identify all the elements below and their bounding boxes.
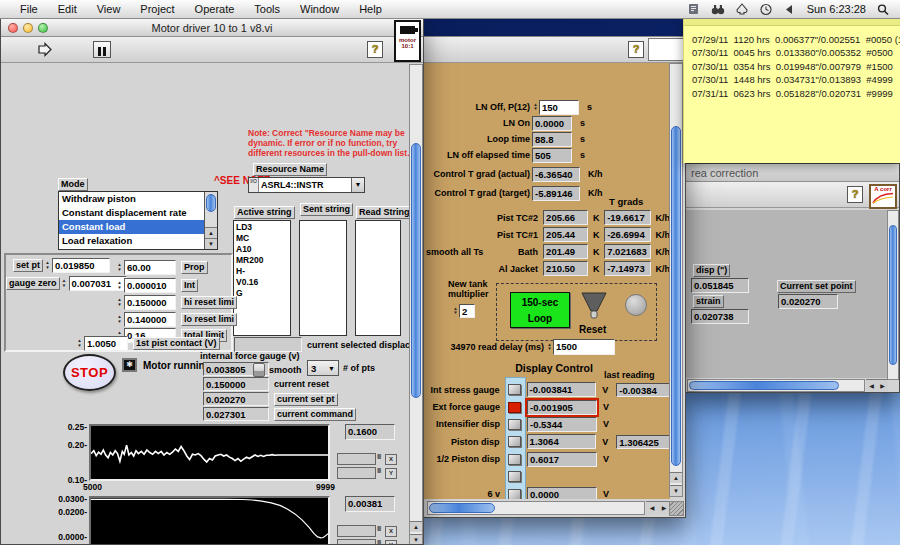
chart1-graph-palette-y[interactable]: ||||||Y bbox=[337, 467, 397, 479]
menu-help[interactable]: Help bbox=[349, 3, 392, 15]
input-menu-icon[interactable] bbox=[783, 3, 797, 16]
new-tank-multiplier-control[interactable]: ▲▼ 2 bbox=[452, 304, 475, 318]
hi-reset-field[interactable]: 0.150000 bbox=[124, 295, 176, 310]
resize-grip[interactable] bbox=[669, 501, 684, 516]
read-delay-spinner[interactable]: ▲▼ bbox=[546, 343, 553, 352]
loop-button[interactable]: 150-sec Loop bbox=[510, 292, 570, 328]
zoom-button[interactable] bbox=[38, 23, 48, 33]
dc-toggle[interactable] bbox=[508, 384, 521, 395]
scroll-down-button[interactable]: ▼ bbox=[670, 485, 682, 496]
set-pt-spinner[interactable]: ▲▼ bbox=[44, 261, 51, 270]
smooth-toggle[interactable] bbox=[253, 363, 265, 377]
motor-running-led[interactable]: ✱ bbox=[122, 358, 137, 372]
y-scale-icon[interactable]: Y bbox=[385, 468, 397, 479]
menu-clock[interactable]: Sun 6:23:28 bbox=[807, 3, 866, 15]
mode-item[interactable]: Load relaxation bbox=[59, 234, 204, 248]
menu-edit[interactable]: Edit bbox=[48, 3, 87, 15]
area-horizontal-scrollbar[interactable] bbox=[687, 379, 865, 392]
lo-reset-spinner[interactable]: ▲▼ bbox=[116, 315, 123, 324]
int-spinner[interactable]: ▲▼ bbox=[116, 281, 123, 290]
control-vertical-scrollbar[interactable]: ▲ ▼ bbox=[669, 63, 683, 497]
scrollbar-thumb[interactable] bbox=[889, 225, 897, 365]
lo-reset-field[interactable]: 0.140000 bbox=[124, 312, 176, 327]
dc-toggle[interactable] bbox=[508, 436, 521, 447]
menu-project[interactable]: Project bbox=[130, 3, 184, 15]
dc-toggle[interactable] bbox=[508, 489, 521, 499]
chart1-graph-palette-x[interactable]: ||||||X bbox=[337, 453, 397, 465]
chart2-graph-palette-x[interactable]: ||||||X bbox=[337, 525, 397, 537]
contact-field[interactable]: 1.0050 bbox=[84, 336, 128, 351]
new-tank-spinner[interactable]: ▲▼ bbox=[452, 307, 459, 316]
resource-name-dropdown[interactable]: I/O ASRL4::INSTR ▼ bbox=[248, 177, 365, 193]
row-value-field[interactable]: 150 bbox=[539, 100, 579, 115]
run-button[interactable] bbox=[37, 42, 53, 57]
area-titlebar[interactable]: rea correction bbox=[685, 164, 899, 182]
sticky-note[interactable]: 07/29/11 1120 hrs 0.006377"/0.002551 #00… bbox=[683, 19, 900, 163]
motor-titlebar[interactable]: Motor driver 10 to 1 v8.vi bbox=[1, 19, 423, 37]
scroll-right-button[interactable]: ▶ bbox=[877, 379, 888, 392]
scroll-down-button[interactable]: ▼ bbox=[205, 238, 217, 249]
y-scale-icon[interactable]: Y bbox=[385, 540, 397, 545]
dc-toggle[interactable] bbox=[508, 454, 521, 465]
set-pt-field[interactable]: 0.019850 bbox=[52, 258, 110, 273]
scroll-left-button[interactable]: ◀ bbox=[866, 379, 877, 392]
menu-file[interactable]: File bbox=[10, 3, 48, 15]
minimize-button[interactable] bbox=[23, 23, 33, 33]
binoculars-icon[interactable] bbox=[711, 3, 725, 16]
mode-item[interactable]: Constant displacement rate bbox=[59, 206, 204, 220]
scroll-left-button[interactable]: ◀ bbox=[646, 501, 658, 515]
scroll-up-button[interactable]: ▲ bbox=[410, 521, 422, 532]
new-tank-field[interactable]: 2 bbox=[459, 304, 475, 318]
scroll-up-button[interactable]: ▲ bbox=[670, 472, 682, 483]
x-scale-icon[interactable]: X bbox=[385, 454, 397, 465]
hi-reset-spinner[interactable]: ▲▼ bbox=[116, 298, 123, 307]
control-horizontal-scrollbar[interactable] bbox=[427, 501, 645, 515]
dc-toggle[interactable] bbox=[508, 419, 521, 430]
dc-toggle[interactable] bbox=[508, 471, 521, 482]
sent-string-list[interactable] bbox=[299, 220, 347, 336]
scroll-up-button[interactable]: ▲ bbox=[205, 227, 217, 238]
stop-button[interactable]: STOP bbox=[63, 354, 116, 391]
row-spinner[interactable]: ▲▼ bbox=[532, 103, 539, 112]
pause-button[interactable] bbox=[93, 41, 111, 58]
dc-toggle[interactable] bbox=[508, 402, 521, 413]
prop-field[interactable]: 60.00 bbox=[124, 260, 176, 275]
contact-spinner[interactable]: ▲▼ bbox=[76, 339, 83, 348]
help-button[interactable]: ? bbox=[847, 186, 863, 203]
help-button[interactable]: ? bbox=[367, 41, 383, 58]
help-button[interactable]: ? bbox=[628, 41, 644, 58]
scrollbar-thumb[interactable] bbox=[206, 194, 216, 212]
spade-outline-icon[interactable] bbox=[735, 3, 749, 16]
prop-spinner[interactable]: ▲▼ bbox=[116, 263, 123, 272]
mode-item[interactable]: Constant load bbox=[59, 220, 204, 234]
menu-view[interactable]: View bbox=[87, 3, 131, 15]
mode-scrollbar[interactable]: ▲ ▼ bbox=[204, 192, 217, 249]
script-menu-icon[interactable] bbox=[687, 3, 701, 16]
menu-window[interactable]: Window bbox=[290, 3, 349, 15]
spotlight-icon[interactable] bbox=[876, 3, 890, 16]
area-vertical-scrollbar[interactable] bbox=[887, 210, 899, 380]
mode-listbox[interactable]: Withdraw pistonConstant displacement rat… bbox=[58, 191, 218, 250]
active-string-list[interactable]: LD3MCA10MR200H-V0.16G bbox=[233, 220, 291, 336]
read-string-list[interactable] bbox=[355, 220, 401, 336]
chevron-down-icon[interactable]: ▼ bbox=[351, 178, 364, 192]
motor-vertical-scrollbar[interactable]: ▲ ▼ bbox=[409, 64, 423, 544]
gauge-zero-spinner[interactable]: ▲▼ bbox=[61, 279, 68, 288]
reset-funnel-toggle[interactable] bbox=[577, 289, 611, 323]
close-button[interactable] bbox=[8, 23, 18, 33]
recent-clock-icon[interactable] bbox=[759, 3, 773, 16]
int-field[interactable]: 0.000010 bbox=[124, 278, 176, 293]
scrollbar-thumb[interactable] bbox=[671, 126, 681, 466]
scroll-down-button[interactable]: ▼ bbox=[410, 534, 422, 544]
mode-item[interactable]: Withdraw piston bbox=[59, 192, 204, 206]
scrollbar-thumb[interactable] bbox=[429, 503, 495, 513]
scrollbar-thumb[interactable] bbox=[689, 381, 839, 390]
scrollbar-thumb[interactable] bbox=[411, 143, 421, 398]
read-delay-field[interactable]: 1500 bbox=[553, 339, 615, 355]
reset-led[interactable] bbox=[625, 294, 647, 316]
menu-operate[interactable]: Operate bbox=[185, 3, 245, 15]
chart2-graph-palette-y[interactable]: ||||||Y bbox=[337, 539, 397, 544]
x-scale-icon[interactable]: X bbox=[385, 526, 397, 537]
sticky-note-titlebar[interactable] bbox=[684, 19, 900, 26]
num-pts-dropdown[interactable]: 3 ▼ bbox=[307, 360, 339, 376]
